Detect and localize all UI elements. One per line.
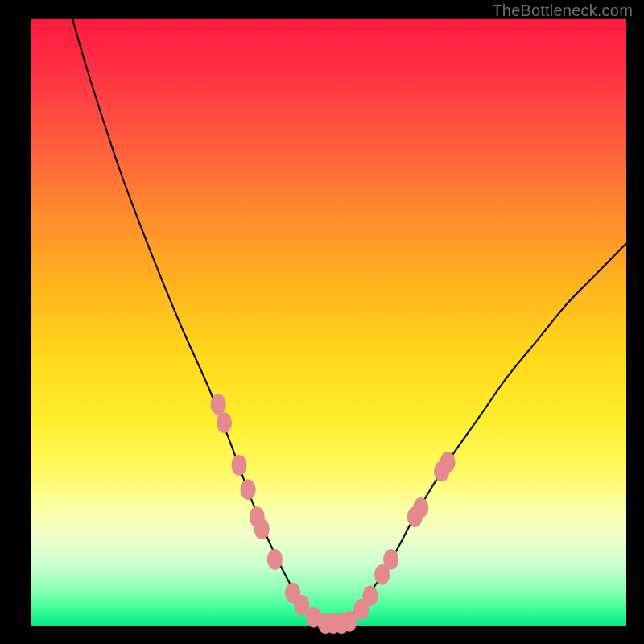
curve-marker [440, 452, 455, 473]
marker-layer [210, 394, 455, 634]
curve-marker [413, 497, 428, 518]
curve-marker [231, 455, 246, 476]
bottleneck-curve-path [72, 19, 626, 625]
curve-marker [362, 585, 378, 606]
chart-frame: TheBottleneck.com [0, 0, 644, 644]
plot-area [31, 19, 626, 626]
curve-marker [383, 549, 398, 570]
curve-marker [217, 412, 232, 433]
watermark-label: TheBottleneck.com [492, 2, 633, 20]
bottleneck-chart [31, 19, 626, 626]
curve-marker [267, 549, 283, 570]
curve-marker [210, 394, 225, 415]
curve-marker [240, 479, 255, 500]
curve-marker [254, 518, 270, 539]
